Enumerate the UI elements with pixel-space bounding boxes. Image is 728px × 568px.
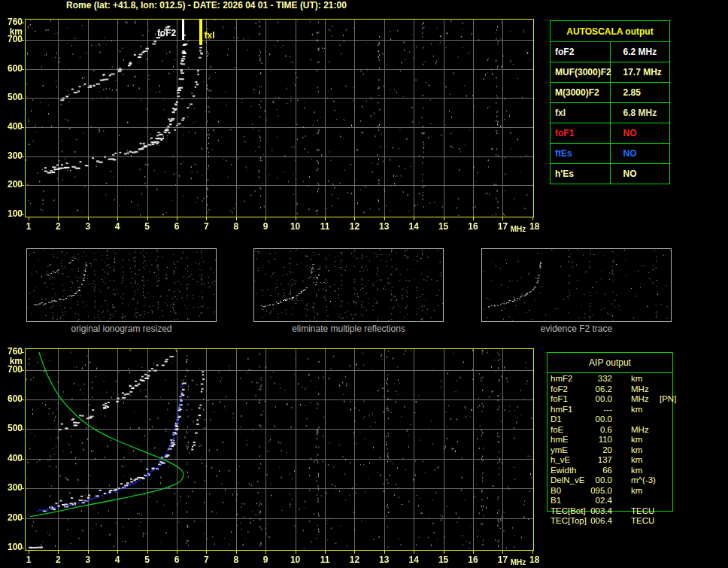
aip-row-b1: B102.4	[551, 496, 682, 506]
x-tick-label: 6	[165, 222, 188, 232]
aip-param-label: foF2	[551, 384, 588, 395]
aip-param-label: hmE	[551, 435, 588, 445]
aip-param-label: hmF1	[551, 405, 588, 415]
aip-param-value: 006.4	[588, 516, 612, 527]
y-tick-label: 500	[0, 424, 23, 433]
aip-param-unit: TECU	[631, 506, 657, 517]
thumbnail-caption-eliminate: eliminate multiple reflections	[253, 323, 444, 335]
x-tick-label: 1	[17, 222, 40, 232]
autoscala-param-value: 6.2 MHz	[610, 42, 670, 62]
autoscala-param-label: fxI	[551, 103, 611, 123]
y-axis-unit-label: km	[0, 357, 23, 366]
autoscala-table-header: AUTOSCALA output	[551, 21, 670, 42]
aip-row-foe: foE0.6MHz	[551, 425, 682, 436]
aip-row-hmf2: hmF2332km	[551, 374, 682, 384]
aip-param-value: 0.6	[588, 425, 612, 436]
aip-row-fof1: foF100.0MHz[PN]	[551, 394, 682, 405]
y-axis-unit-label: km	[0, 27, 23, 37]
aip-param-label: TEC[Top]	[551, 516, 588, 527]
aip-row-yme: ymE20km	[551, 445, 682, 456]
x-tick-label: 10	[284, 222, 307, 232]
thumbnail-caption-original: original ionogram resized	[26, 323, 217, 335]
station-title: Rome (lat: +41.8, lon: 012.5) - DATE: 20…	[66, 0, 347, 11]
x-tick-label: 7	[195, 222, 217, 232]
y-tick-label: 400	[0, 122, 23, 132]
aip-output-rows: hmF2332kmfoF206.2MHzfoF100.0MHz[PN]hmF1-…	[551, 374, 682, 527]
fxi-marker-label: fxI	[205, 30, 215, 41]
aip-output-header: AIP output	[548, 353, 672, 373]
x-tick-label: 7	[195, 555, 217, 565]
autoscala-row-muf3000f2: MUF(3000)F217.7 MHz	[551, 62, 670, 83]
aip-param-unit: km	[631, 374, 657, 384]
aip-row-delnve: DelN_vE00.0m^(-3)	[551, 475, 682, 486]
aip-param-note: [PN]	[660, 394, 676, 405]
x-tick-label: 8	[225, 555, 247, 565]
x-tick-label: 13	[373, 222, 396, 232]
x-tick-label: 10	[284, 555, 307, 565]
thumbnail-evidence-f2-trace	[481, 248, 672, 322]
aip-row-tecbot: TEC[Bot]003.4TECU	[551, 506, 682, 517]
x-tick-label: 14	[402, 555, 425, 565]
aip-param-value: 00.0	[588, 415, 612, 425]
autoscala-output-table: AUTOSCALA output foF26.2 MHzMUF(3000)F21…	[550, 20, 670, 184]
aip-row-hve: h_vE137km	[551, 455, 682, 466]
x-tick-label: 8	[225, 222, 247, 232]
autoscala-param-label: h'Es	[551, 164, 611, 184]
aip-param-value: ---	[588, 405, 612, 415]
x-tick-label: 9	[254, 222, 277, 232]
x-tick-label: 12	[343, 222, 366, 232]
aip-param-value: 06.2	[588, 384, 612, 395]
aip-row-hme: hmE110km	[551, 435, 682, 445]
autoscala-param-value: 6.8 MHz	[610, 103, 670, 123]
x-tick-label: 5	[136, 222, 159, 232]
autoscala-param-label: foF2	[551, 42, 611, 62]
x-tick-label: 11	[314, 222, 336, 232]
y-tick-label: 500	[0, 93, 23, 102]
autoscala-row-fof2: foF26.2 MHz	[551, 42, 670, 62]
x-tick-label: 1	[17, 555, 40, 565]
aip-param-value: 66	[588, 466, 612, 476]
autoscala-row-fof1: foF1NO	[551, 123, 670, 144]
aip-param-label: B0	[551, 486, 588, 497]
top-ionogram-canvas	[20, 14, 543, 239]
aip-param-unit: km	[631, 455, 657, 466]
x-tick-label: 4	[106, 222, 129, 232]
autoscala-row-ftes: ftEsNO	[551, 144, 670, 164]
aip-row-tectop: TEC[Top]006.4TECU	[551, 516, 682, 527]
aip-row-ewidth: Ewidth66km	[551, 466, 682, 476]
autoscala-param-label: ftEs	[551, 144, 611, 164]
y-tick-label: 600	[0, 64, 23, 74]
aip-param-unit	[631, 415, 657, 425]
x-tick-label: 5	[136, 555, 159, 565]
x-tick-label: 16	[462, 222, 484, 232]
aip-param-label: B1	[551, 496, 588, 506]
aip-row-hmf1: hmF1---km	[551, 405, 682, 415]
aip-param-label: foF1	[551, 394, 588, 405]
autoscala-row-hes: h'EsNO	[551, 164, 670, 184]
autoscala-param-label: MUF(3000)F2	[551, 62, 611, 83]
autoscala-param-value: NO	[610, 144, 670, 164]
aip-param-unit: TECU	[631, 516, 657, 527]
x-tick-label: 3	[77, 555, 99, 565]
x-tick-label: 9	[254, 555, 277, 565]
aip-param-value: 095.0	[588, 486, 612, 497]
x-tick-label: 15	[432, 555, 455, 565]
aip-param-label: Ewidth	[551, 466, 588, 476]
aip-param-unit: km	[631, 486, 657, 497]
x-axis-unit-label: MHz	[507, 558, 529, 566]
autoscala-row-fxi: fxI6.8 MHz	[551, 103, 670, 123]
y-tick-label: 400	[0, 454, 23, 463]
aip-param-value: 110	[588, 435, 612, 445]
aip-param-label: hmF2	[551, 374, 588, 384]
x-tick-label: 2	[47, 555, 69, 565]
y-tick-label: 200	[0, 180, 23, 190]
thumbnail-caption-evidence: evidence F2 trace	[481, 323, 672, 335]
aip-param-value: 003.4	[588, 506, 612, 517]
aip-param-label: ymE	[551, 445, 588, 456]
autoscala-row-m3000f2: M(3000)F22.85	[551, 83, 670, 103]
aip-param-value: 02.4	[588, 496, 612, 506]
thumbnail-original-ionogram	[26, 248, 217, 322]
x-tick-label: 4	[106, 555, 129, 565]
bottom-ionogram-canvas	[20, 343, 543, 568]
aip-param-label: DelN_vE	[551, 475, 588, 486]
